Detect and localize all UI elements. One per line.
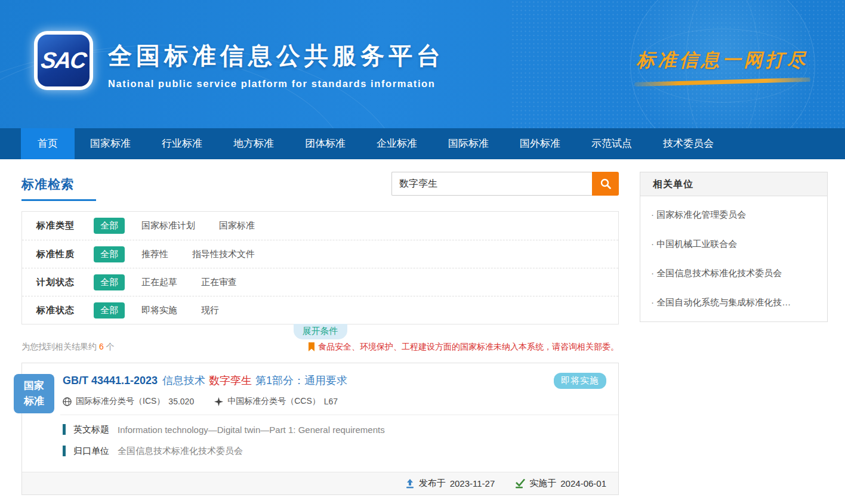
result-card: 国家 标准 即将实施 GB/T 43441.1-2023信息技术数字孪生第1部分… bbox=[21, 363, 619, 495]
nav-item-group-standards[interactable]: 团体标准 bbox=[289, 128, 361, 159]
system-notice: 食品安全、环境保护、工程建设方面的国家标准未纳入本系统，请咨询相关部委。 bbox=[308, 342, 619, 353]
filter-all-button[interactable]: 全部 bbox=[94, 246, 125, 262]
ics-value: 35.020 bbox=[168, 397, 194, 406]
globe-icon bbox=[63, 397, 72, 406]
publish-date: 2023-11-27 bbox=[450, 478, 495, 488]
standard-title-link[interactable]: GB/T 43441.1-2023信息技术数字孪生第1部分：通用要求 bbox=[63, 373, 541, 388]
card-details: 英文标题 Information technology—Digital twin… bbox=[22, 415, 618, 472]
page-title: 标准检索 bbox=[21, 177, 74, 191]
sac-logo-inner: SAC bbox=[38, 35, 90, 86]
related-units-panel: 相关单位 国家标准化管理委员会 中国机械工业联合会 全国信息技术标准化技术委员会… bbox=[640, 172, 828, 322]
filter-option[interactable]: 即将实施 bbox=[141, 305, 177, 316]
status-badge: 即将实施 bbox=[554, 373, 606, 389]
filter-option[interactable]: 正在审查 bbox=[201, 277, 237, 288]
nav-item-national-standards[interactable]: 国家标准 bbox=[75, 128, 146, 159]
filter-option[interactable]: 现行 bbox=[201, 305, 219, 316]
check-icon bbox=[515, 479, 525, 488]
related-unit-link[interactable]: 全国自动化系统与集成标准化技… bbox=[640, 287, 827, 317]
nav-item-technical-committee[interactable]: 技术委员会 bbox=[647, 128, 729, 159]
badge-line2: 标准 bbox=[24, 394, 44, 409]
impl-label: 实施于 bbox=[529, 478, 556, 489]
classification-row: 国际标准分类号（ICS） 35.020 中国标准分类号（CCS） L67 bbox=[63, 396, 541, 407]
title-underline bbox=[21, 199, 96, 201]
filter-row-standard-nature: 标准性质 全部 推荐性 指导性技术文件 bbox=[22, 240, 618, 268]
search-icon bbox=[600, 178, 612, 190]
sac-logo[interactable]: SAC bbox=[34, 31, 93, 90]
publish-icon bbox=[405, 479, 415, 488]
publish-label: 发布于 bbox=[419, 478, 446, 489]
english-title-value: Information technology—Digital twin—Part… bbox=[118, 425, 385, 435]
filter-label: 标准状态 bbox=[36, 305, 94, 316]
filter-row-plan-status: 计划状态 全部 正在起草 正在审查 bbox=[22, 268, 618, 296]
english-title-row: 英文标题 Information technology—Digital twin… bbox=[63, 423, 606, 436]
related-unit-link[interactable]: 全国信息技术标准化技术委员会 bbox=[640, 258, 827, 287]
impl-date: 2024-06-01 bbox=[560, 478, 606, 488]
sidebar: 相关单位 国家标准化管理委员会 中国机械工业联合会 全国信息技术标准化技术委员会… bbox=[640, 172, 828, 495]
banner-titles: 全国标准信息公共服务平台 National public service pla… bbox=[108, 39, 445, 89]
ccs-label: 中国标准分类号（CCS） bbox=[227, 396, 320, 407]
english-title-label: 英文标题 bbox=[73, 424, 109, 435]
detail-bar bbox=[63, 446, 66, 456]
filter-option[interactable]: 国家标准计划 bbox=[141, 220, 195, 231]
site-title: 全国标准信息公共服务平台 bbox=[108, 39, 445, 72]
filter-label: 计划状态 bbox=[36, 277, 94, 288]
main-column: 标准检索 标准类型 全部 国家标准计划 bbox=[21, 172, 619, 495]
badge-line1: 国家 bbox=[24, 378, 44, 394]
filter-option[interactable]: 指导性技术文件 bbox=[192, 249, 255, 260]
nav-item-home[interactable]: 首页 bbox=[21, 128, 75, 159]
related-units-list: 国家标准化管理委员会 中国机械工业联合会 全国信息技术标准化技术委员会 全国自动… bbox=[640, 196, 827, 321]
notice-text: 食品安全、环境保护、工程建设方面的国家标准未纳入本系统，请咨询相关部委。 bbox=[318, 342, 619, 353]
filter-all-button[interactable]: 全部 bbox=[94, 218, 125, 234]
filter-label: 标准性质 bbox=[36, 249, 94, 260]
site-banner: SAC 全国标准信息公共服务平台 National public service… bbox=[0, 0, 845, 128]
org-label: 归口单位 bbox=[73, 446, 109, 457]
nav-item-foreign-standards[interactable]: 国外标准 bbox=[504, 128, 576, 159]
results-meta-row: 为您找到相关结果约6个 食品安全、环境保护、工程建设方面的国家标准未纳入本系统，… bbox=[21, 342, 619, 353]
detail-bar bbox=[63, 424, 66, 435]
page-content: 标准检索 标准类型 全部 国家标准计划 bbox=[0, 159, 845, 495]
related-unit-link[interactable]: 国家标准化管理委员会 bbox=[640, 200, 827, 229]
filter-all-button[interactable]: 全部 bbox=[94, 274, 125, 290]
org-row: 归口单位 全国信息技术标准化技术委员会 bbox=[63, 444, 606, 457]
expand-conditions-button[interactable]: 展开条件 bbox=[294, 324, 347, 339]
sac-logo-text: SAC bbox=[39, 48, 87, 73]
card-head: GB/T 43441.1-2023信息技术数字孪生第1部分：通用要求 国际标准分… bbox=[22, 363, 618, 407]
standard-title-part2: 第1部分：通用要求 bbox=[255, 375, 347, 386]
ccs-value: L67 bbox=[324, 397, 338, 406]
nav-item-pilot[interactable]: 示范试点 bbox=[576, 128, 647, 159]
standard-title-highlight: 数字孪生 bbox=[209, 375, 252, 386]
search-group bbox=[391, 172, 619, 196]
filter-label: 标准类型 bbox=[36, 220, 94, 231]
nav-item-industry-standards[interactable]: 行业标准 bbox=[146, 128, 218, 159]
search-button[interactable] bbox=[592, 172, 619, 196]
national-standard-badge: 国家 标准 bbox=[14, 374, 54, 413]
expand-wrap: 展开条件 bbox=[21, 324, 619, 339]
card-footer: 发布于 2023-11-27 实施于 2024-06-01 bbox=[22, 472, 618, 494]
filter-row-standard-type: 标准类型 全部 国家标准计划 国家标准 bbox=[22, 212, 618, 240]
banner-slogan: 标准信息一网打尽 bbox=[634, 48, 810, 84]
standard-code: GB/T 43441.1-2023 bbox=[63, 375, 158, 386]
slogan-text: 标准信息一网打尽 bbox=[634, 48, 810, 73]
nav-item-local-standards[interactable]: 地方标准 bbox=[218, 128, 289, 159]
result-summary: 为您找到相关结果约6个 bbox=[21, 342, 115, 353]
result-summary-prefix: 为您找到相关结果约 bbox=[21, 342, 97, 351]
section-title-wrap: 标准检索 bbox=[21, 172, 74, 193]
impl-date-item: 实施于 2024-06-01 bbox=[515, 478, 606, 489]
related-unit-link[interactable]: 中国机械工业联合会 bbox=[640, 229, 827, 258]
standard-title-part1: 信息技术 bbox=[162, 375, 205, 386]
filter-box: 标准类型 全部 国家标准计划 国家标准 标准性质 全部 推荐性 指导性技术文件 … bbox=[21, 211, 619, 324]
compass-icon bbox=[214, 397, 223, 406]
filter-option[interactable]: 推荐性 bbox=[141, 249, 168, 260]
related-units-title: 相关单位 bbox=[640, 172, 827, 196]
filter-all-button[interactable]: 全部 bbox=[94, 302, 125, 319]
org-value: 全国信息技术标准化技术委员会 bbox=[118, 446, 243, 457]
publish-date-item: 发布于 2023-11-27 bbox=[405, 478, 495, 489]
search-input[interactable] bbox=[391, 172, 592, 196]
ics-label: 国际标准分类号（ICS） bbox=[76, 396, 165, 407]
nav-item-international-standards[interactable]: 国际标准 bbox=[433, 128, 504, 159]
search-row: 标准检索 bbox=[21, 172, 619, 198]
result-summary-suffix: 个 bbox=[106, 342, 115, 351]
filter-option[interactable]: 正在起草 bbox=[141, 277, 177, 288]
filter-option[interactable]: 国家标准 bbox=[219, 220, 255, 231]
nav-item-enterprise-standards[interactable]: 企业标准 bbox=[361, 128, 433, 159]
